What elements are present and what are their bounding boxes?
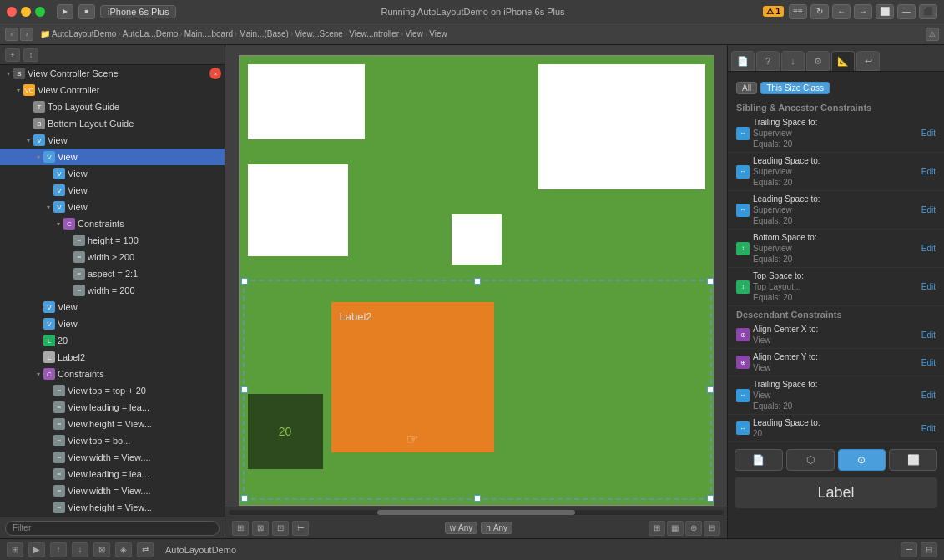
tree-arrow[interactable] xyxy=(13,85,23,95)
scrollbar-track[interactable] xyxy=(229,510,724,515)
canvas-white-topleft[interactable] xyxy=(248,64,365,139)
canvas-orange-view[interactable]: Label2 xyxy=(331,302,494,452)
rpt-attributes[interactable]: ⚙ xyxy=(806,51,830,71)
panel-sort-btn[interactable]: ↕ xyxy=(23,48,38,62)
this-size-class-btn[interactable]: This Size Class xyxy=(760,82,830,94)
tree-item-height-100[interactable]: ═ height = 100 xyxy=(0,232,225,249)
phone-canvas[interactable]: Label2 20 xyxy=(239,55,714,506)
bottom-nav-5[interactable]: ⊠ xyxy=(93,542,110,557)
tree-item-view-constraints[interactable]: V View xyxy=(0,199,225,215)
breadcrumb-view-1[interactable]: View xyxy=(405,29,423,38)
tree-item-view-selected[interactable]: V View xyxy=(0,149,225,165)
tree-item-view-child1[interactable]: V View xyxy=(0,165,225,182)
desc-edit-btn-2[interactable]: Edit xyxy=(921,391,936,400)
canvas-white-midleft[interactable] xyxy=(248,164,348,256)
desc-edit-btn-0[interactable]: Edit xyxy=(921,330,936,340)
rpt-help[interactable]: ? xyxy=(756,51,780,71)
bottom-nav-7[interactable]: ⇄ xyxy=(137,542,154,557)
all-btn[interactable]: All xyxy=(736,82,757,94)
bottom-nav-6[interactable]: ◈ xyxy=(115,542,132,557)
stop-button[interactable]: ■ xyxy=(78,4,95,19)
tree-item-view-14[interactable]: V View xyxy=(0,299,225,315)
breadcrumb-main-base[interactable]: Main...(Base) xyxy=(239,29,288,38)
rpt-file[interactable]: 📄 xyxy=(731,51,755,71)
bottom-nav-4[interactable]: ↓ xyxy=(72,542,88,557)
breadcrumb-view-scene[interactable]: View...Scene xyxy=(295,29,343,38)
tree-item-c6[interactable]: ═ View.leading = lea... xyxy=(0,466,225,482)
tree-item-aspect[interactable]: ═ aspect = 2:1 xyxy=(0,265,225,282)
bottom-nav-2[interactable]: ▶ xyxy=(28,542,45,557)
handle-br[interactable] xyxy=(707,495,714,502)
tree-arrow[interactable] xyxy=(53,219,63,229)
tree-arrow[interactable] xyxy=(23,135,33,145)
breadcrumb-back[interactable]: ‹ xyxy=(5,28,18,41)
rpt-identity[interactable]: ↓ xyxy=(781,51,805,71)
tree-item-top-layout-guide[interactable]: T Top Layout Guide xyxy=(0,98,225,115)
size-icon-2[interactable]: ▦ xyxy=(667,521,684,536)
canvas-white-topright[interactable] xyxy=(538,64,705,189)
ip-hex-btn[interactable]: ⬡ xyxy=(786,449,835,471)
edit-btn-1[interactable]: Edit xyxy=(921,167,936,176)
tree-item-view-15[interactable]: V View xyxy=(0,315,225,332)
tree-item-width-eq-200[interactable]: ═ width = 200 xyxy=(0,282,225,299)
tree-item-c3[interactable]: ═ View.height = View... xyxy=(0,416,225,432)
tree-item-c8[interactable]: ═ View.height = View... xyxy=(0,499,225,516)
height-size-selector[interactable]: h Any xyxy=(481,522,512,534)
canvas-scrollbar-h[interactable] xyxy=(225,507,727,517)
tree-item-constraints-group[interactable]: C Constraints xyxy=(0,215,225,232)
breadcrumb-forward[interactable]: › xyxy=(20,28,33,41)
align-btn[interactable]: ⊢ xyxy=(292,521,309,536)
edit-btn-3[interactable]: Edit xyxy=(921,244,936,253)
edit-btn-4[interactable]: Edit xyxy=(921,282,936,291)
breadcrumb-view-controller[interactable]: View...ntroller xyxy=(349,29,399,38)
breadcrumb-main-board[interactable]: Main....board xyxy=(184,29,233,38)
device-selector[interactable]: iPhone 6s Plus xyxy=(100,5,176,18)
ip-file-btn[interactable]: 📄 xyxy=(735,449,783,471)
canvas-dark-green-view[interactable]: 20 xyxy=(248,394,323,469)
tree-item-view-top[interactable]: V View xyxy=(0,132,225,149)
filter-input[interactable] xyxy=(5,521,220,536)
bottom-nav-1[interactable]: ⊞ xyxy=(7,542,23,557)
refresh-icon[interactable]: ↻ xyxy=(810,4,829,19)
close-button[interactable] xyxy=(7,7,17,17)
tree-item-view-controller[interactable]: VC View Controller xyxy=(0,82,225,98)
ip-square-btn[interactable]: ⬜ xyxy=(889,449,937,471)
width-size-selector[interactable]: w Any xyxy=(445,522,477,534)
tree-item-bottom-layout-guide[interactable]: B Bottom Layout Guide xyxy=(0,115,225,132)
tree-item-c1[interactable]: ═ View.top = top + 20 xyxy=(0,382,225,399)
layout2-icon[interactable]: — xyxy=(897,4,916,19)
handle-tm[interactable] xyxy=(474,278,481,285)
canvas-content[interactable]: Label2 20 xyxy=(225,45,727,507)
handle-mr[interactable] xyxy=(707,386,714,393)
panel-add-btn[interactable]: + xyxy=(5,48,20,62)
handle-ml[interactable] xyxy=(241,386,248,393)
tree-item-width-200[interactable]: ═ width ≥ 200 xyxy=(0,249,225,265)
tree-item-label2[interactable]: L Label2 xyxy=(0,349,225,366)
resolve-btn[interactable]: ⊠ xyxy=(252,521,269,536)
scheme-icon[interactable]: ≡≡ xyxy=(789,4,807,19)
pin-btn[interactable]: ⊡ xyxy=(272,521,289,536)
scrollbar-thumb[interactable] xyxy=(377,510,575,515)
handle-bm[interactable] xyxy=(474,495,481,502)
edit-btn-0[interactable]: Edit xyxy=(921,129,936,138)
rpt-size[interactable]: 📐 xyxy=(831,51,855,71)
bottom-right-btn-2[interactable]: ⊟ xyxy=(921,542,937,557)
layout3-icon[interactable]: ⬛ xyxy=(919,4,937,19)
handle-tl[interactable] xyxy=(241,278,248,285)
canvas-white-center[interactable] xyxy=(452,214,502,265)
size-icon-1[interactable]: ⊞ xyxy=(649,521,665,536)
ip-circle-btn[interactable]: ⊙ xyxy=(838,449,886,471)
bottom-right-btn-1[interactable]: ☰ xyxy=(901,542,917,557)
handle-tr[interactable] xyxy=(707,278,714,285)
back-icon[interactable]: ← xyxy=(832,4,851,19)
tree-arrow[interactable] xyxy=(33,152,43,162)
tree-item-c4[interactable]: ═ View.top = bo... xyxy=(0,432,225,449)
warning-nav-icon[interactable]: ⚠ xyxy=(926,28,939,41)
tree-item-constraints-parent[interactable]: C Constraints xyxy=(0,366,225,382)
warning-badge[interactable]: ⚠ 1 xyxy=(763,6,784,17)
rpt-connections[interactable]: ↩ xyxy=(856,51,880,71)
maximize-button[interactable] xyxy=(35,7,45,17)
tree-item-c5[interactable]: ═ View.width = View.... xyxy=(0,449,225,466)
minimize-button[interactable] xyxy=(21,7,31,17)
tree-item-c7[interactable]: ═ View.width = View.... xyxy=(0,482,225,499)
